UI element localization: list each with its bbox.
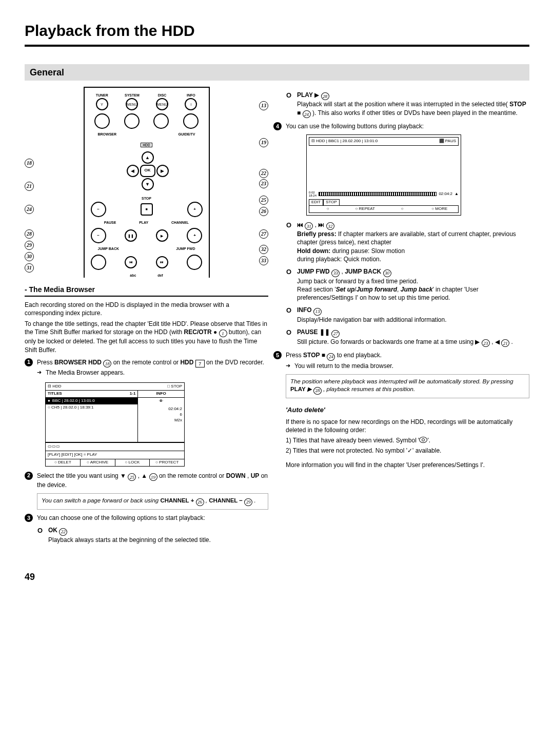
- step-3: 3 You can choose one of the following op…: [25, 514, 268, 522]
- right-arrow-icon: ▶: [156, 165, 169, 177]
- label-info: INFO: [187, 93, 195, 98]
- option-play: O PLAY ▶ 28 Playback will start at the p…: [286, 91, 529, 118]
- heading-media-browser: - The Media Browser: [25, 285, 268, 297]
- tip-resume: The position where playback was interrup…: [286, 374, 529, 398]
- label-play: PLAY: [139, 220, 148, 225]
- section-header-general: General: [25, 64, 529, 81]
- step-number-4: 4: [273, 122, 282, 130]
- ok-button-icon: OK: [140, 165, 155, 177]
- callout-28: 28: [25, 229, 34, 239]
- step-number-5: 5: [273, 351, 282, 359]
- plus-icon: +: [187, 202, 203, 217]
- screen-media-browser: ⊟ HDD □ STOP TITLES1-1 ●BBC | 28.02.0 | …: [45, 382, 185, 467]
- step-1: 1 Press BROWSER HDD 18 on the remote con…: [25, 358, 268, 368]
- dpad: ▲ ▼ ◀ ▶ OK: [118, 148, 175, 193]
- option-skip: O ⏮ 31 , ⏭ 32 Briefly press: If chapter …: [286, 221, 529, 263]
- label-channel: CHANNEL: [171, 220, 189, 225]
- callout-29: 29: [25, 241, 34, 250]
- callout-21: 21: [25, 182, 34, 191]
- plus-icon-2: +: [187, 228, 202, 243]
- label-tuner: TUNER: [96, 93, 108, 98]
- skip-fwd-icon: ⏭: [156, 256, 168, 268]
- label-guide: GUIDE/TV: [178, 132, 195, 137]
- callout-30: 30: [25, 252, 34, 261]
- label-def: def: [157, 273, 163, 278]
- mb-paragraph-1: Each recording stored on the HDD is disp…: [25, 301, 268, 317]
- callout-22: 22: [259, 169, 268, 178]
- step-2: 2 Select the title you want using ▼ 25 ,…: [25, 472, 268, 490]
- step-number-1: 1: [25, 358, 33, 366]
- label-pause: PAUSE: [104, 220, 116, 225]
- step-number-3: 3: [25, 514, 33, 522]
- minus-icon-2: −: [91, 228, 106, 243]
- down-arrow-icon: ▼: [142, 178, 154, 190]
- up-arrow-icon: ▲: [142, 151, 154, 164]
- auto-delete-p1: If there is no space for new recordings …: [286, 418, 529, 434]
- auto-delete-p2: More information you will find in the ch…: [286, 461, 529, 469]
- label-jump-back: JUMP BACK: [98, 246, 120, 251]
- callout-26: 26: [259, 207, 268, 216]
- label-stop: STOP: [142, 197, 151, 200]
- option-jump: O JUMP FWD 33 , JUMP BACK 30 Jump back o…: [286, 267, 529, 302]
- skip-back-icon: ⏮: [125, 256, 137, 268]
- remote-diagram: TUNERY SYSTEMMENU DISCMENU INFOi BROWSER…: [25, 87, 268, 278]
- step-5: 5 Press STOP ■ 24 to end playback.: [273, 351, 529, 361]
- right-column: O PLAY ▶ 28 Playback will start at the p…: [286, 87, 529, 545]
- callout-24: 24: [25, 205, 34, 214]
- callout-32: 32: [259, 245, 268, 254]
- auto-delete-item-1: 1) Titles that have already been viewed.…: [286, 436, 529, 444]
- step-1-sub: The Media Browser appears.: [37, 369, 268, 377]
- screen-playback-bar: ⊟ HDD | BBC1 | 28.02.200 | 13:01:0 ⬛ PAU…: [306, 134, 461, 215]
- option-ok: O OK 22 Playback always starts at the be…: [37, 526, 268, 544]
- callout-13: 13: [259, 101, 268, 110]
- mb-paragraph-2: To change the title settings, read the c…: [25, 320, 268, 354]
- callout-27: 27: [259, 229, 268, 239]
- auto-delete-item-2: 2) Titles that were not protected. No sy…: [286, 447, 529, 455]
- minus-icon: −: [91, 202, 106, 217]
- eye-icon: [419, 437, 427, 443]
- page-title: Playback from the HDD: [25, 21, 529, 47]
- label-hdd: HDD: [141, 143, 152, 147]
- step-5-sub: You will return to the media browser.: [286, 362, 529, 370]
- play-icon: ▶: [156, 229, 168, 242]
- left-arrow-icon: ◀: [127, 165, 139, 177]
- option-info: O INFO 13 Display/Hide navigation bar wi…: [286, 306, 529, 324]
- label-jump-fwd: JUMP FWD: [176, 246, 195, 251]
- callout-18: 18: [25, 159, 34, 168]
- page-number: 49: [25, 571, 529, 583]
- label-browser: BROWSER: [98, 132, 117, 137]
- callout-19: 19: [259, 138, 268, 147]
- step-number-2: 2: [25, 472, 33, 480]
- label-disc: DISC: [158, 93, 167, 98]
- heading-auto-delete: 'Auto delete': [286, 405, 529, 415]
- label-system: SYSTEM: [125, 93, 140, 98]
- callout-23: 23: [259, 179, 268, 188]
- option-pause: O PAUSE ❚❚ 27 Still picture. Go forwards…: [286, 328, 529, 347]
- callout-31: 31: [25, 263, 34, 273]
- pause-icon: ❚❚: [125, 229, 137, 242]
- step-4: 4 You can use the following buttons duri…: [273, 122, 529, 130]
- left-column: TUNERY SYSTEMMENU DISCMENU INFOi BROWSER…: [25, 87, 268, 545]
- label-abc: abc: [130, 273, 136, 278]
- tip-channel-page: You can switch a page forward or back us…: [37, 493, 268, 510]
- stop-icon: ■: [141, 203, 153, 216]
- callout-25: 25: [259, 196, 268, 205]
- callout-33: 33: [259, 256, 268, 265]
